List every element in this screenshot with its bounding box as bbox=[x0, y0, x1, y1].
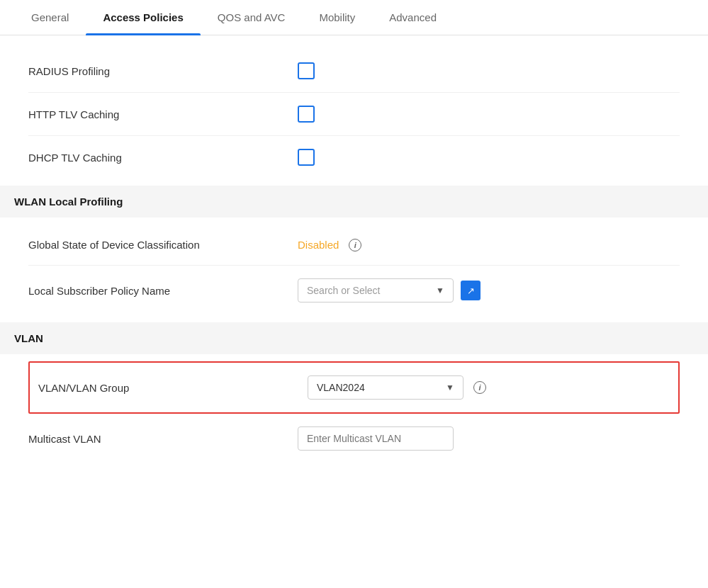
local-subscriber-policy-value: Search or Select bbox=[307, 285, 430, 296]
multicast-vlan-row: Multicast VLAN bbox=[28, 414, 680, 463]
vlan-group-row: VLAN/VLAN Group VLAN2024 ▼ i bbox=[30, 363, 678, 412]
global-state-label: Global State of Device Classification bbox=[28, 237, 298, 252]
dhcp-tlv-caching-checkbox[interactable] bbox=[298, 149, 315, 166]
radius-profiling-label: RADIUS Profiling bbox=[28, 64, 298, 79]
local-subscriber-policy-control: Search or Select ▼ ↗ bbox=[298, 278, 680, 303]
local-subscriber-policy-label: Local Subscriber Policy Name bbox=[28, 283, 298, 298]
http-tlv-caching-label: HTTP TLV Caching bbox=[28, 107, 298, 122]
local-subscriber-policy-row: Local Subscriber Policy Name Search or S… bbox=[28, 266, 680, 315]
tab-access-policies[interactable]: Access Policies bbox=[86, 0, 200, 35]
main-content: RADIUS Profiling HTTP TLV Caching DHCP T… bbox=[0, 35, 708, 477]
tab-navigation: General Access Policies QOS and AVC Mobi… bbox=[0, 0, 708, 35]
vlan-group-info-icon[interactable]: i bbox=[473, 381, 486, 394]
dhcp-tlv-caching-row: DHCP TLV Caching bbox=[28, 136, 680, 179]
radius-profiling-checkbox[interactable] bbox=[298, 62, 315, 79]
multicast-vlan-input[interactable] bbox=[298, 426, 454, 451]
vlan-group-label: VLAN/VLAN Group bbox=[38, 380, 308, 395]
tab-advanced[interactable]: Advanced bbox=[372, 0, 454, 35]
dhcp-tlv-caching-label: DHCP TLV Caching bbox=[28, 150, 298, 165]
vlan-section-header: VLAN bbox=[0, 322, 708, 354]
vlan-group-control: VLAN2024 ▼ i bbox=[308, 375, 670, 400]
tab-general[interactable]: General bbox=[14, 0, 86, 35]
vlan-group-highlighted-container: VLAN/VLAN Group VLAN2024 ▼ i bbox=[28, 361, 680, 414]
vlan-group-value: VLAN2024 bbox=[317, 382, 440, 393]
radius-profiling-row: RADIUS Profiling bbox=[28, 50, 680, 93]
wlan-local-profiling-section-header: WLAN Local Profiling bbox=[0, 186, 708, 217]
global-state-status: Disabled bbox=[298, 239, 339, 251]
vlan-group-arrow-icon: ▼ bbox=[446, 383, 454, 392]
external-link-icon: ↗ bbox=[467, 285, 475, 296]
global-state-row: Global State of Device Classification Di… bbox=[28, 225, 680, 266]
multicast-vlan-control bbox=[298, 426, 680, 451]
local-subscriber-policy-external-link-button[interactable]: ↗ bbox=[461, 281, 481, 300]
http-tlv-caching-control bbox=[298, 106, 680, 123]
http-tlv-caching-row: HTTP TLV Caching bbox=[28, 93, 680, 136]
tab-mobility[interactable]: Mobility bbox=[302, 0, 372, 35]
global-state-info-icon[interactable]: i bbox=[349, 239, 361, 251]
dhcp-tlv-caching-control bbox=[298, 149, 680, 166]
global-state-control: Disabled i bbox=[298, 239, 680, 251]
radius-profiling-control bbox=[298, 62, 680, 79]
http-tlv-caching-checkbox[interactable] bbox=[298, 106, 315, 123]
local-subscriber-policy-select[interactable]: Search or Select ▼ bbox=[298, 278, 454, 303]
vlan-group-select[interactable]: VLAN2024 ▼ bbox=[308, 375, 463, 400]
local-subscriber-policy-arrow-icon: ▼ bbox=[436, 285, 444, 295]
tab-qos-avc[interactable]: QOS and AVC bbox=[201, 0, 303, 35]
multicast-vlan-label: Multicast VLAN bbox=[28, 431, 298, 446]
